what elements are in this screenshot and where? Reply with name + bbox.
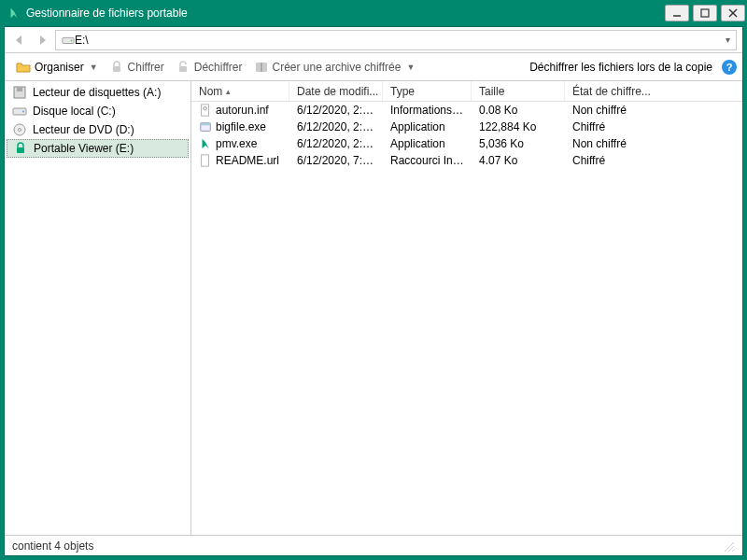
svg-rect-9	[261, 63, 262, 72]
forward-button[interactable]	[33, 31, 51, 49]
tree-label: Lecteur de DVD (D:)	[33, 123, 134, 136]
content: E:\ ▾ Organiser ▼ Chiffrer Déchiffrer Cr…	[4, 26, 743, 556]
archive-button[interactable]: Créer une archive chiffrée ▼	[248, 58, 421, 77]
col-type[interactable]: Type	[383, 81, 472, 101]
folder-icon	[16, 60, 31, 75]
file-row[interactable]: pmv.exe 6/12/2020, 2:5... Application 5,…	[191, 135, 742, 152]
organiser-button[interactable]: Organiser ▼	[10, 58, 104, 77]
organiser-label: Organiser	[35, 61, 84, 74]
floppy-icon	[12, 85, 27, 100]
status-bar: contient 4 objets	[5, 535, 742, 555]
close-button[interactable]	[721, 5, 745, 21]
sort-asc-icon: ▴	[226, 87, 231, 96]
dvd-icon	[12, 122, 27, 137]
archive-label: Créer une archive chiffrée	[273, 61, 402, 74]
svg-rect-1	[701, 9, 709, 17]
inf-file-icon	[199, 104, 212, 117]
tree-label: Disque local (C:)	[33, 105, 116, 118]
file-row[interactable]: autorun.inf 6/12/2020, 2:5... Informatio…	[191, 102, 742, 119]
chiffrer-button[interactable]: Chiffrer	[104, 58, 170, 77]
svg-rect-20	[201, 123, 211, 126]
app-icon	[7, 7, 21, 20]
col-encryption[interactable]: État de chiffre...	[565, 81, 742, 101]
file-pane: Nom▴ Date de modifi... Type Taille État …	[191, 81, 742, 535]
svg-rect-21	[202, 155, 209, 166]
drive-icon	[62, 34, 75, 47]
url-file-icon	[199, 154, 212, 167]
toolbar: Organiser ▼ Chiffrer Déchiffrer Créer un…	[5, 53, 742, 81]
svg-rect-11	[17, 87, 22, 91]
svg-rect-7	[179, 66, 187, 72]
body: Lecteur de disquettes (A:) Disque local …	[5, 81, 742, 535]
titlebar: Gestionnaire de fichiers portable	[0, 0, 747, 26]
tree-label: Lecteur de disquettes (A:)	[33, 86, 161, 99]
file-list: autorun.inf 6/12/2020, 2:5... Informatio…	[191, 102, 742, 535]
svg-line-24	[732, 550, 734, 552]
chevron-down-icon[interactable]: ▾	[726, 35, 730, 45]
chevron-down-icon: ▼	[406, 63, 415, 72]
column-headers: Nom▴ Date de modifi... Type Taille État …	[191, 81, 742, 102]
dechiffrer-button[interactable]: Déchiffrer	[170, 58, 248, 77]
unlock-icon	[176, 60, 190, 75]
tree-label: Portable Viewer (E:)	[34, 142, 134, 155]
svg-point-13	[22, 111, 24, 113]
window-title: Gestionnaire de fichiers portable	[26, 7, 665, 20]
help-icon[interactable]: ?	[722, 60, 737, 75]
window-controls	[665, 5, 745, 21]
kaspersky-icon	[199, 137, 212, 150]
col-name[interactable]: Nom▴	[191, 81, 289, 101]
resize-grip[interactable]	[722, 539, 735, 553]
minimize-button[interactable]	[665, 5, 689, 21]
lock-icon	[13, 141, 28, 156]
dechiffrer-label: Déchiffrer	[194, 61, 243, 74]
decrypt-on-copy-button[interactable]: Déchiffrer les fichiers lors de la copie	[524, 61, 718, 74]
svg-rect-16	[17, 147, 24, 153]
col-date[interactable]: Date de modifi...	[289, 81, 383, 101]
address-text: E:\	[75, 34, 726, 47]
drive-tree: Lecteur de disquettes (A:) Disque local …	[5, 81, 191, 535]
app-window: Gestionnaire de fichiers portable E:\ ▾ …	[0, 0, 747, 560]
chevron-down-icon: ▼	[90, 63, 98, 72]
address-bar[interactable]: E:\ ▾	[55, 30, 737, 50]
status-text: contient 4 objets	[12, 539, 93, 553]
svg-rect-6	[113, 66, 120, 72]
decrypt-on-copy-label: Déchiffrer les fichiers lors de la copie	[529, 61, 712, 74]
maximize-button[interactable]	[693, 5, 717, 21]
file-row[interactable]: bigfile.exe 6/12/2020, 2:4... Applicatio…	[191, 119, 742, 135]
archive-icon	[254, 60, 269, 75]
lock-icon	[109, 60, 124, 75]
tree-item-portable-viewer[interactable]: Portable Viewer (E:)	[7, 139, 189, 158]
nav-bar: E:\ ▾	[5, 27, 742, 53]
chiffrer-label: Chiffrer	[128, 61, 164, 74]
svg-point-15	[19, 129, 21, 132]
svg-point-5	[71, 39, 73, 41]
exe-file-icon	[199, 120, 212, 133]
tree-item-dvd[interactable]: Lecteur de DVD (D:)	[5, 120, 190, 139]
back-button[interactable]	[10, 31, 29, 49]
tree-item-floppy[interactable]: Lecteur de disquettes (A:)	[5, 83, 190, 102]
tree-item-local-disk[interactable]: Disque local (C:)	[5, 102, 190, 120]
file-row[interactable]: README.url 6/12/2020, 7:3... Raccourci I…	[191, 152, 742, 169]
hdd-icon	[12, 104, 27, 119]
col-size[interactable]: Taille	[472, 81, 565, 101]
